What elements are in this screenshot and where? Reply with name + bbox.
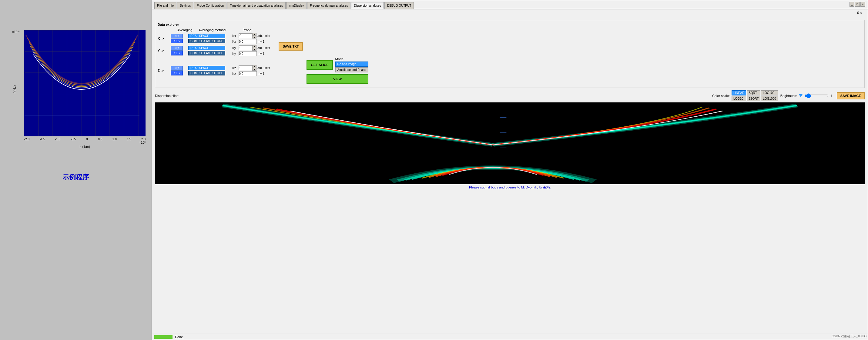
kz-input1[interactable] <box>239 65 252 70</box>
ky-spinner1[interactable]: ▲ ▼ <box>239 45 256 50</box>
view-button[interactable]: VIEW <box>307 74 368 84</box>
cs-linear[interactable]: LINEAR <box>732 90 746 96</box>
cs-log1000[interactable]: LOG1000 <box>761 96 778 101</box>
z-kz-row2: Kz m^-1 <box>232 71 270 76</box>
z-yes-button[interactable]: YES <box>171 71 183 75</box>
ky-up1[interactable]: ▲ <box>252 45 256 48</box>
kz-down1[interactable]: ▼ <box>252 68 256 71</box>
kz-up1[interactable]: ▲ <box>252 65 256 68</box>
x-complex-label: COMPLEX AMPLITUDE <box>188 39 225 43</box>
kx-unit1: arb. units <box>257 34 270 38</box>
tab-mm-display[interactable]: mmDisplay <box>286 2 307 9</box>
x-axis-labels: -2.0-1.5-1.0-0.500.51.01.52.0 <box>24 138 146 141</box>
mode-label: Mode <box>335 57 368 61</box>
explorer-row-z: Z -> NO YES REAL SPACE COMPLEX AMPLITUDE… <box>158 57 862 84</box>
tab-dispersion[interactable]: Dispersion analyses <box>351 2 384 9</box>
mode-section: Mode Re and Image Amplitude and Phase <box>335 57 368 72</box>
kx-up1[interactable]: ▲ <box>252 33 256 36</box>
kx-down1[interactable]: ▼ <box>252 36 256 38</box>
y-no-button[interactable]: NO <box>171 46 183 50</box>
kz-unit1: arb. units <box>257 66 270 70</box>
averaging-header: Averaging <box>177 28 195 32</box>
probe-header: Probe: <box>243 28 303 32</box>
cs-log100[interactable]: LOG100 <box>761 90 778 96</box>
brightness-value: 1 <box>830 94 835 98</box>
minimize-button[interactable]: _ <box>849 2 855 7</box>
kz-spinner1[interactable]: ▲ ▼ <box>239 65 256 71</box>
z-kz-row1: Kz ▲ ▼ arb. units <box>232 65 270 71</box>
get-slice-mode-row: GET SLICE Mode Re and Image Amplitude an… <box>307 57 368 72</box>
y-realspace-label: REAL SPACE <box>188 46 225 50</box>
brightness-slider[interactable] <box>804 93 829 98</box>
tab-time-domain[interactable]: Time domain and propagation analyses <box>227 2 286 9</box>
bug-report-section: Please submit bugs and queries to M. Dvo… <box>155 185 865 189</box>
status-bar: Done. <box>152 334 868 340</box>
z-complex-label: COMPLEX AMPLITUDE <box>188 71 225 75</box>
kx-label2: Kx <box>232 40 238 43</box>
save-txt-button[interactable]: SAVE TXT <box>279 42 303 50</box>
ky-input2[interactable] <box>239 51 257 56</box>
dispersion-svg-plot <box>155 102 865 184</box>
maximize-button[interactable]: □ <box>855 2 860 7</box>
y-yes-button[interactable]: YES <box>171 51 183 56</box>
color-scale-grid: LINEAR SQRT LOG100 LOG10 2SQRT LOG1000 <box>732 90 779 101</box>
cs-log10[interactable]: LOG10 <box>732 96 746 101</box>
kz-label2: Kz <box>232 72 238 75</box>
kz-label1: Kz <box>232 66 238 70</box>
y-exp-label: ×10¹⁰ <box>12 30 20 34</box>
save-image-button[interactable]: SAVE IMAGE <box>837 92 865 99</box>
y-axis-indicator: Y -> <box>158 49 168 53</box>
kx-spinner1[interactable]: ▲ ▼ <box>239 33 256 38</box>
x-yes-button[interactable]: YES <box>171 39 183 43</box>
z-no-button[interactable]: NO <box>171 66 183 71</box>
avg-method-header: Averaging method: <box>198 28 238 32</box>
ky-down1[interactable]: ▼ <box>252 48 256 50</box>
ky-input1[interactable] <box>239 45 252 50</box>
x-no-button[interactable]: NO <box>171 34 183 38</box>
right-controls: SAVE TXT GET SLICE Mode Re and Image Amp… <box>279 57 368 84</box>
tab-probe-config[interactable]: Probe Configuration <box>194 2 226 9</box>
ky-label1: Ky <box>232 46 238 50</box>
content-area: Data explorer Averaging Averaging method… <box>152 17 868 340</box>
kx-input2[interactable] <box>239 39 257 44</box>
z-axis-indicator: Z -> <box>158 69 168 72</box>
watermark: CSDN @搬砖工人_08033 <box>832 334 867 338</box>
cs-sqrt[interactable]: SQRT <box>747 90 761 96</box>
ky-unit2: m^-1 <box>258 52 265 56</box>
tab-debug-output[interactable]: DEBUG OUTPUT <box>384 2 414 9</box>
close-button[interactable]: × <box>861 2 865 7</box>
kx-input1[interactable] <box>239 33 252 38</box>
slice-view-btns: GET SLICE Mode Re and Image Amplitude an… <box>307 57 368 84</box>
y-axis-label: f (Hz) <box>13 86 17 94</box>
explorer-row-y: Y -> NO YES REAL SPACE COMPLEX AMPLITUDE… <box>158 45 862 56</box>
tab-settings[interactable]: Settings <box>177 2 193 9</box>
kz-input2[interactable] <box>239 71 257 76</box>
mode-amp-phase[interactable]: Amplitude and Phase <box>335 67 368 72</box>
x-axis-title: k (1/m) <box>24 145 146 148</box>
progress-bar <box>154 335 173 339</box>
z-averaging-toggle: NO YES <box>171 66 183 75</box>
x-realspace-label: REAL SPACE <box>188 34 225 38</box>
brightness-triangle <box>799 94 803 97</box>
get-slice-button[interactable]: GET SLICE <box>307 60 333 70</box>
dispersion-section: Dispersion slice: Color scale: LINEAR SQ… <box>155 90 865 184</box>
y-averaging-toggle: NO YES <box>171 46 183 56</box>
ky-label2: Ky <box>232 52 238 56</box>
kx-label1: Kx <box>232 34 238 38</box>
cs-2sqrt[interactable]: 2SQRT <box>747 96 761 101</box>
status-text: Done. <box>175 335 184 339</box>
tab-file-info[interactable]: File and Info <box>154 2 177 9</box>
window-controls[interactable]: _ □ × <box>849 2 865 7</box>
dispersion-title: Dispersion slice: <box>155 94 179 98</box>
z-probe-inputs: Kz ▲ ▼ arb. units Kz m^-1 <box>232 65 270 76</box>
x-averaging-toggle: NO YES <box>171 34 183 43</box>
z-realspace-label: REAL SPACE <box>188 66 225 70</box>
x-avg-method: REAL SPACE COMPLEX AMPLITUDE <box>188 34 225 43</box>
color-scale-controls: Color scale: LINEAR SQRT LOG100 LOG10 2S… <box>712 90 865 101</box>
x-exp-label: ×10⁸ <box>24 141 146 144</box>
mode-re-im[interactable]: Re and Image <box>335 62 368 67</box>
kz-unit2: m^-1 <box>258 72 265 75</box>
main-application: _ □ × File and Info Settings Probe Confi… <box>152 0 868 340</box>
bug-report-link[interactable]: Please submit bugs and queries to M. Dvo… <box>469 185 551 189</box>
tab-frequency-domain[interactable]: Frequency domain analyses <box>307 2 350 9</box>
